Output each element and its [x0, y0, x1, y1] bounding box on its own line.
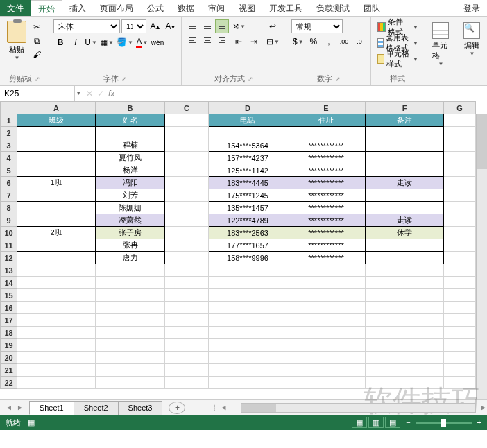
font-dialog-launcher[interactable]: ⤢	[121, 76, 127, 83]
cell-E5[interactable]: ************	[287, 164, 366, 177]
cell-D16[interactable]	[209, 302, 287, 314]
cell-G19[interactable]	[444, 339, 476, 352]
cancel-formula-button[interactable]: ✕	[86, 89, 93, 98]
cell-E13[interactable]	[287, 264, 366, 277]
cell-C4[interactable]	[165, 152, 209, 164]
cell-A8[interactable]	[17, 202, 96, 214]
cell-C16[interactable]	[165, 302, 209, 314]
cell-E21[interactable]	[287, 364, 366, 377]
cell-G22[interactable]	[444, 377, 476, 389]
cell-G7[interactable]	[444, 189, 476, 202]
decrease-font-button[interactable]: A▾	[163, 19, 177, 33]
zoom-in-button[interactable]: +	[477, 418, 481, 427]
cell-A14[interactable]	[17, 277, 96, 289]
select-all-corner[interactable]	[1, 102, 17, 114]
cell-F18[interactable]	[366, 327, 444, 339]
cell-C11[interactable]	[165, 239, 209, 252]
align-right-button[interactable]	[215, 33, 229, 47]
cell-F3[interactable]	[366, 139, 444, 152]
cell-G13[interactable]	[444, 264, 476, 277]
cell-B20[interactable]	[96, 352, 165, 364]
cut-button[interactable]: ✂	[31, 21, 43, 33]
cell-C5[interactable]	[165, 164, 209, 177]
vertical-scrollbar[interactable]	[476, 114, 487, 399]
clipboard-dialog-launcher[interactable]: ⤢	[35, 76, 40, 83]
cell-B18[interactable]	[96, 327, 165, 339]
cell-D19[interactable]	[209, 339, 287, 352]
align-left-button[interactable]	[186, 33, 200, 47]
cell-E15[interactable]	[287, 289, 366, 302]
cell-F15[interactable]	[366, 289, 444, 302]
cell-F2[interactable]	[366, 127, 444, 139]
cell-A2[interactable]	[17, 127, 96, 139]
tab-team[interactable]: 团队	[357, 0, 387, 16]
cell-A15[interactable]	[17, 289, 96, 302]
cell-G3[interactable]	[444, 139, 476, 152]
column-header-C[interactable]: C	[165, 102, 209, 114]
cell-G18[interactable]	[444, 327, 476, 339]
cell-D9[interactable]: 122****4789	[209, 214, 287, 227]
increase-indent-button[interactable]: ⇥	[247, 35, 261, 49]
cell-E4[interactable]: ************	[287, 152, 366, 164]
page-layout-view-button[interactable]: ▥	[368, 417, 384, 428]
cell-B6[interactable]: 冯阳	[96, 177, 165, 189]
cell-D13[interactable]	[209, 264, 287, 277]
increase-font-button[interactable]: A▴	[148, 19, 162, 33]
cell-C1[interactable]	[165, 114, 209, 127]
cell-G8[interactable]	[444, 202, 476, 214]
cell-B15[interactable]	[96, 289, 165, 302]
alignment-dialog-launcher[interactable]: ⤢	[248, 76, 253, 83]
cell-A7[interactable]	[17, 189, 96, 202]
row-header-4[interactable]: 4	[1, 152, 17, 164]
cell-A13[interactable]	[17, 264, 96, 277]
row-header-8[interactable]: 8	[1, 202, 17, 214]
name-box-dropdown[interactable]: ▼	[74, 86, 83, 101]
cell-C14[interactable]	[165, 277, 209, 289]
cell-B14[interactable]	[96, 277, 165, 289]
row-header-11[interactable]: 11	[1, 239, 17, 252]
tab-review[interactable]: 审阅	[201, 0, 232, 16]
cell-D15[interactable]	[209, 289, 287, 302]
tab-view[interactable]: 视图	[232, 0, 262, 16]
cell-D14[interactable]	[209, 277, 287, 289]
cell-A10[interactable]: 2班	[17, 227, 96, 239]
cell-C3[interactable]	[165, 139, 209, 152]
font-color-button[interactable]: A▼	[135, 35, 149, 49]
cell-B22[interactable]	[96, 377, 165, 389]
cell-F20[interactable]	[366, 352, 444, 364]
cell-C6[interactable]	[165, 177, 209, 189]
column-header-E[interactable]: E	[287, 102, 366, 114]
cell-C7[interactable]	[165, 189, 209, 202]
sheet-tab-2[interactable]: Sheet2	[74, 401, 119, 415]
page-break-view-button[interactable]: ▤	[385, 417, 400, 428]
cell-E9[interactable]: ************	[287, 214, 366, 227]
cell-A5[interactable]	[17, 164, 96, 177]
editing-button[interactable]: 🔍 编辑▼	[461, 19, 483, 60]
column-header-B[interactable]: B	[96, 102, 165, 114]
cell-A20[interactable]	[17, 352, 96, 364]
cell-A11[interactable]	[17, 239, 96, 252]
cell-A3[interactable]	[17, 139, 96, 152]
cell-E17[interactable]	[287, 314, 366, 327]
cell-E19[interactable]	[287, 339, 366, 352]
orientation-button[interactable]: ⤭▼	[232, 19, 246, 33]
borders-button[interactable]: ▦▼	[99, 35, 114, 49]
insert-function-button[interactable]: fx	[108, 89, 114, 98]
cell-F16[interactable]	[366, 302, 444, 314]
cell-B17[interactable]	[96, 314, 165, 327]
cell-E8[interactable]: ************	[287, 202, 366, 214]
cell-D22[interactable]	[209, 377, 287, 389]
cell-G6[interactable]	[444, 177, 476, 189]
cell-E7[interactable]: ************	[287, 189, 366, 202]
paste-button[interactable]: 粘贴 ▼	[4, 19, 29, 62]
cell-E22[interactable]	[287, 377, 366, 389]
cell-B7[interactable]: 刘芳	[96, 189, 165, 202]
row-header-21[interactable]: 21	[1, 364, 17, 377]
increase-decimal-button[interactable]: .00	[337, 35, 351, 49]
comma-format-button[interactable]: ,	[322, 35, 336, 49]
cell-B1[interactable]: 姓名	[96, 114, 165, 127]
cell-A6[interactable]: 1班	[17, 177, 96, 189]
cell-E11[interactable]: ************	[287, 239, 366, 252]
cell-G17[interactable]	[444, 314, 476, 327]
cell-E20[interactable]	[287, 352, 366, 364]
